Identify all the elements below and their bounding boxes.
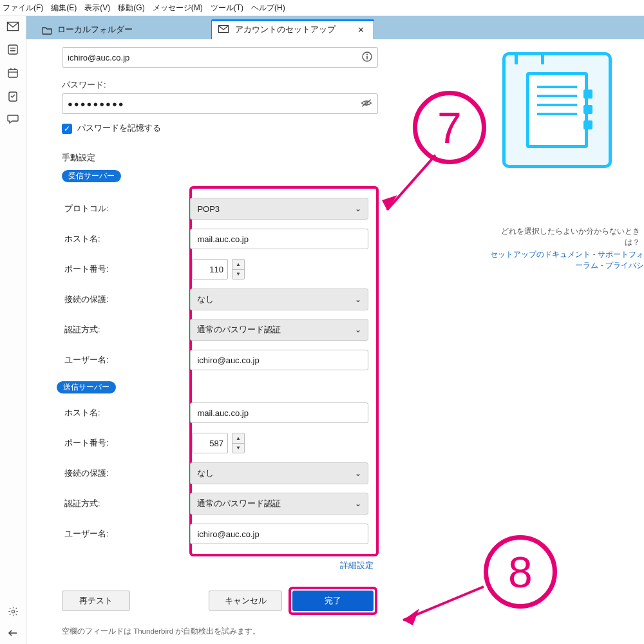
address-book-icon[interactable] xyxy=(6,43,19,56)
sep2: - xyxy=(598,261,605,270)
sidebar xyxy=(0,16,26,644)
tasks-icon[interactable] xyxy=(6,90,19,102)
menu-view[interactable]: 表示(V) xyxy=(84,3,110,14)
outgoing-port-label: ポート番号: xyxy=(64,437,192,449)
step-down-icon[interactable]: ▼ xyxy=(232,270,244,279)
outgoing-user-value: ichiro@auc.co.jp xyxy=(197,529,259,539)
info-icon[interactable] xyxy=(362,52,372,64)
tab-local-folders[interactable]: ローカルフォルダー xyxy=(35,20,142,39)
annotation-7-arrow xyxy=(374,149,451,226)
svg-point-13 xyxy=(366,53,368,55)
outgoing-auth-select[interactable]: 通常のパスワード認証⌄ xyxy=(190,493,368,515)
outgoing-server-pill: 送信サーバー xyxy=(57,381,116,393)
settings-icon[interactable] xyxy=(6,605,19,618)
document-illustration-icon xyxy=(502,52,612,168)
incoming-auth-label: 認証方式: xyxy=(64,324,190,336)
outgoing-host-input[interactable]: mail.auc.co.jp xyxy=(190,402,368,423)
outgoing-security-select[interactable]: なし⌄ xyxy=(190,462,368,484)
incoming-port-value: 110 xyxy=(209,265,223,274)
svg-rect-2 xyxy=(10,48,15,49)
incoming-protocol-select[interactable]: POP3⌄ xyxy=(190,198,368,220)
outgoing-port-value: 587 xyxy=(209,439,223,448)
advanced-settings-link[interactable]: 詳細設定 xyxy=(62,560,374,571)
chat-icon[interactable] xyxy=(6,113,19,126)
incoming-port-input[interactable]: 110 xyxy=(192,259,228,279)
incoming-security-label: 接続の保護: xyxy=(64,294,190,305)
mail-icon[interactable] xyxy=(6,20,19,33)
done-button[interactable]: 完了 xyxy=(292,591,374,611)
help-column: どれを選択したらよいか分からないときは？ セットアップのドキュメント - サポー… xyxy=(489,52,644,271)
eye-off-icon[interactable] xyxy=(361,99,372,109)
incoming-host-input[interactable]: mail.auc.co.jp xyxy=(190,229,368,249)
incoming-port-stepper[interactable]: ▲▼ xyxy=(232,259,245,279)
envelope-gear-icon xyxy=(218,25,230,34)
email-value: ichiro@auc.co.jp xyxy=(68,53,129,62)
menu-file[interactable]: ファイル(F) xyxy=(3,3,43,14)
setup-doc-link[interactable]: セットアップのドキュメント xyxy=(490,250,591,259)
incoming-user-label: ユーザー名: xyxy=(64,354,190,366)
calendar-icon[interactable] xyxy=(6,66,19,79)
footer-buttons: 再テスト キャンセル 完了 xyxy=(62,587,377,615)
incoming-security-select[interactable]: なし⌄ xyxy=(190,289,368,310)
step-down-icon[interactable]: ▼ xyxy=(232,444,244,453)
svg-line-17 xyxy=(387,155,435,210)
incoming-host-value: mail.auc.co.jp xyxy=(197,234,248,244)
outgoing-auth-value: 通常のパスワード認証 xyxy=(197,498,281,509)
tab-close-icon[interactable]: ✕ xyxy=(357,25,365,35)
incoming-security-value: なし xyxy=(197,294,214,305)
incoming-user-value: ichiro@auc.co.jp xyxy=(197,355,259,365)
tabbar: ローカルフォルダー アカウントのセットアップ ✕ xyxy=(26,16,644,39)
menu-message[interactable]: メッセージ(M) xyxy=(153,3,203,14)
password-value: ●●●●●●●●● xyxy=(68,99,125,109)
menu-tools[interactable]: ツール(T) xyxy=(211,3,243,14)
checkbox-checked-icon[interactable]: ✓ xyxy=(62,124,72,134)
menu-help[interactable]: ヘルプ(H) xyxy=(251,3,285,14)
content-area: ローカルフォルダー アカウントのセットアップ ✕ ichiro@auc.co.j… xyxy=(26,16,644,644)
cancel-label: キャンセル xyxy=(225,595,267,607)
svg-rect-1 xyxy=(8,45,17,54)
highlighted-server-settings: プロトコル: POP3⌄ ホスト名: mail.auc.co.jp ポート番号:… xyxy=(189,186,379,556)
outgoing-security-value: なし xyxy=(197,468,214,479)
chevron-down-icon: ⌄ xyxy=(355,204,361,213)
svg-rect-3 xyxy=(10,50,15,52)
email-field[interactable]: ichiro@auc.co.jp xyxy=(62,47,378,68)
incoming-server-pill: 受信サーバー xyxy=(62,170,121,182)
remember-password-row[interactable]: ✓ パスワードを記憶する xyxy=(62,123,406,134)
outgoing-port-stepper[interactable]: ▲▼ xyxy=(232,433,245,453)
tab-local-label: ローカルフォルダー xyxy=(57,24,133,35)
done-button-highlight: 完了 xyxy=(289,587,377,615)
tab-account-setup[interactable]: アカウントのセットアップ ✕ xyxy=(211,19,374,39)
incoming-host-label: ホスト名: xyxy=(64,233,190,245)
chevron-down-icon: ⌄ xyxy=(355,469,361,478)
annotation-8-arrow xyxy=(387,580,497,632)
menu-edit[interactable]: 編集(E) xyxy=(51,3,77,14)
outgoing-port-input[interactable]: 587 xyxy=(192,433,228,453)
tab-setup-label: アカウントのセットアップ xyxy=(235,24,336,35)
outgoing-host-value: mail.auc.co.jp xyxy=(197,408,248,418)
svg-marker-20 xyxy=(403,609,419,625)
incoming-protocol-label: プロトコル: xyxy=(64,203,190,214)
incoming-auth-select[interactable]: 通常のパスワード認証⌄ xyxy=(190,319,368,341)
privacy-link[interactable]: プライバシ xyxy=(605,261,644,270)
folder-icon xyxy=(42,26,52,34)
step-up-icon[interactable]: ▲ xyxy=(232,260,244,270)
chevron-down-icon: ⌄ xyxy=(355,499,361,508)
collapse-icon[interactable] xyxy=(6,627,19,639)
menu-go[interactable]: 移動(G) xyxy=(118,3,144,14)
outgoing-user-input[interactable]: ichiro@auc.co.jp xyxy=(190,524,368,544)
password-label: パスワード: xyxy=(62,79,406,91)
outgoing-host-label: ホスト名: xyxy=(64,407,190,419)
menubar: ファイル(F) 編集(E) 表示(V) 移動(G) メッセージ(M) ツール(T… xyxy=(0,0,644,16)
done-label: 完了 xyxy=(325,595,341,607)
svg-rect-4 xyxy=(8,70,17,77)
step-up-icon[interactable]: ▲ xyxy=(232,433,244,444)
help-links: セットアップのドキュメント - サポートフォーラム - プライバシ xyxy=(489,249,644,271)
outgoing-security-label: 接続の保護: xyxy=(64,468,190,479)
setup-page: ichiro@auc.co.jp パスワード: ●●●●●●●●● ✓ パスワー… xyxy=(26,39,644,644)
retest-button[interactable]: 再テスト xyxy=(62,591,130,611)
cancel-button[interactable]: キャンセル xyxy=(209,591,282,611)
password-field[interactable]: ●●●●●●●●● xyxy=(62,93,378,114)
incoming-user-input[interactable]: ichiro@auc.co.jp xyxy=(190,350,368,370)
chevron-down-icon: ⌄ xyxy=(355,295,361,304)
svg-point-9 xyxy=(12,610,15,613)
